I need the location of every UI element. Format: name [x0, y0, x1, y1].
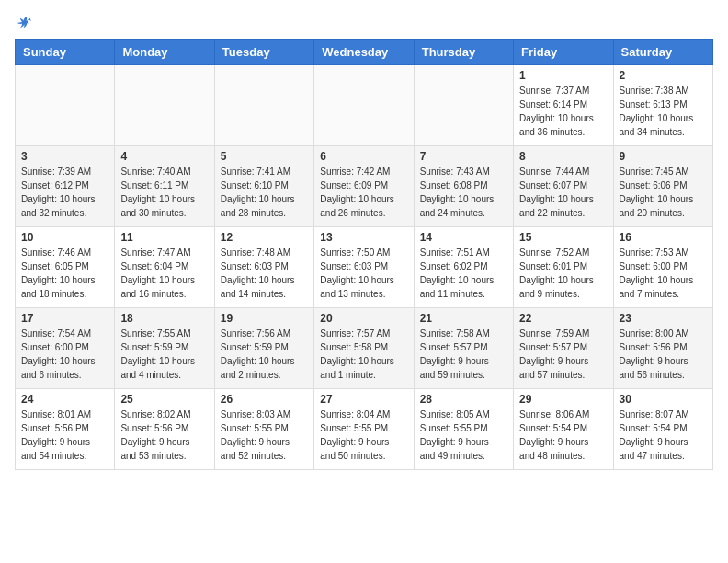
- calendar-day-cell: 21Sunrise: 7:58 AM Sunset: 5:57 PM Dayli…: [414, 308, 513, 389]
- calendar-day-cell: 18Sunrise: 7:55 AM Sunset: 5:59 PM Dayli…: [115, 308, 214, 389]
- day-info: Sunrise: 7:41 AM Sunset: 6:10 PM Dayligh…: [221, 165, 308, 220]
- day-number: 14: [420, 231, 507, 244]
- day-number: 21: [420, 312, 507, 325]
- calendar-week-row: 10Sunrise: 7:46 AM Sunset: 6:05 PM Dayli…: [16, 227, 713, 308]
- day-number: 29: [519, 393, 607, 406]
- weekday-header-cell: Wednesday: [314, 40, 414, 65]
- day-number: 3: [21, 150, 108, 163]
- day-info: Sunrise: 7:43 AM Sunset: 6:08 PM Dayligh…: [420, 165, 507, 220]
- day-number: 9: [620, 150, 707, 163]
- day-info: Sunrise: 8:06 AM Sunset: 5:54 PM Dayligh…: [519, 408, 607, 463]
- weekday-header-cell: Tuesday: [214, 40, 313, 65]
- day-info: Sunrise: 7:50 AM Sunset: 6:03 PM Dayligh…: [320, 246, 407, 301]
- calendar-week-row: 24Sunrise: 8:01 AM Sunset: 5:56 PM Dayli…: [16, 389, 713, 470]
- calendar-day-cell: 24Sunrise: 8:01 AM Sunset: 5:56 PM Dayli…: [16, 389, 115, 470]
- day-info: Sunrise: 7:52 AM Sunset: 6:01 PM Dayligh…: [519, 246, 607, 301]
- day-number: 13: [320, 231, 407, 244]
- weekday-header-cell: Sunday: [16, 40, 115, 65]
- calendar-day-cell: 15Sunrise: 7:52 AM Sunset: 6:01 PM Dayli…: [514, 227, 613, 308]
- calendar-day-cell: 26Sunrise: 8:03 AM Sunset: 5:55 PM Dayli…: [214, 389, 313, 470]
- calendar-day-cell: 1Sunrise: 7:37 AM Sunset: 6:14 PM Daylig…: [514, 65, 613, 146]
- calendar-day-cell: 25Sunrise: 8:02 AM Sunset: 5:56 PM Dayli…: [115, 389, 214, 470]
- day-number: 6: [320, 150, 407, 163]
- day-info: Sunrise: 8:01 AM Sunset: 5:56 PM Dayligh…: [21, 408, 108, 463]
- calendar-table: SundayMondayTuesdayWednesdayThursdayFrid…: [15, 39, 713, 470]
- calendar-day-cell: 20Sunrise: 7:57 AM Sunset: 5:58 PM Dayli…: [314, 308, 414, 389]
- day-number: 17: [21, 312, 108, 325]
- day-number: 2: [620, 69, 707, 82]
- calendar-day-cell: 17Sunrise: 7:54 AM Sunset: 6:00 PM Dayli…: [16, 308, 115, 389]
- day-info: Sunrise: 8:04 AM Sunset: 5:55 PM Dayligh…: [320, 408, 407, 463]
- day-number: 1: [519, 69, 607, 82]
- day-number: 7: [420, 150, 507, 163]
- day-info: Sunrise: 7:47 AM Sunset: 6:04 PM Dayligh…: [120, 246, 208, 301]
- day-info: Sunrise: 7:46 AM Sunset: 6:05 PM Dayligh…: [21, 246, 108, 301]
- calendar-day-cell: 14Sunrise: 7:51 AM Sunset: 6:02 PM Dayli…: [414, 227, 513, 308]
- day-info: Sunrise: 7:39 AM Sunset: 6:12 PM Dayligh…: [21, 165, 108, 220]
- calendar-day-cell: 6Sunrise: 7:42 AM Sunset: 6:09 PM Daylig…: [314, 146, 414, 227]
- day-info: Sunrise: 7:51 AM Sunset: 6:02 PM Dayligh…: [420, 246, 507, 301]
- calendar-day-cell: 3Sunrise: 7:39 AM Sunset: 6:12 PM Daylig…: [16, 146, 115, 227]
- calendar-week-row: 17Sunrise: 7:54 AM Sunset: 6:00 PM Dayli…: [16, 308, 713, 389]
- calendar-day-cell: 28Sunrise: 8:05 AM Sunset: 5:55 PM Dayli…: [414, 389, 513, 470]
- day-info: Sunrise: 8:07 AM Sunset: 5:54 PM Dayligh…: [620, 408, 707, 463]
- calendar-day-cell: [115, 65, 214, 146]
- weekday-header-cell: Friday: [514, 40, 613, 65]
- calendar-day-cell: 16Sunrise: 7:53 AM Sunset: 6:00 PM Dayli…: [613, 227, 712, 308]
- weekday-header-cell: Thursday: [414, 40, 513, 65]
- calendar-day-cell: 10Sunrise: 7:46 AM Sunset: 6:05 PM Dayli…: [16, 227, 115, 308]
- calendar-day-cell: 5Sunrise: 7:41 AM Sunset: 6:10 PM Daylig…: [214, 146, 313, 227]
- day-info: Sunrise: 7:56 AM Sunset: 5:59 PM Dayligh…: [221, 327, 308, 382]
- day-info: Sunrise: 7:54 AM Sunset: 6:00 PM Dayligh…: [21, 327, 108, 382]
- calendar-day-cell: 11Sunrise: 7:47 AM Sunset: 6:04 PM Dayli…: [115, 227, 214, 308]
- day-info: Sunrise: 7:57 AM Sunset: 5:58 PM Dayligh…: [320, 327, 407, 382]
- calendar-day-cell: [414, 65, 513, 146]
- day-number: 8: [519, 150, 607, 163]
- day-number: 23: [620, 312, 707, 325]
- day-number: 24: [21, 393, 108, 406]
- day-info: Sunrise: 7:55 AM Sunset: 5:59 PM Dayligh…: [120, 327, 208, 382]
- calendar-day-cell: 9Sunrise: 7:45 AM Sunset: 6:06 PM Daylig…: [613, 146, 712, 227]
- day-number: 19: [221, 312, 308, 325]
- calendar-day-cell: 8Sunrise: 7:44 AM Sunset: 6:07 PM Daylig…: [514, 146, 613, 227]
- day-info: Sunrise: 8:03 AM Sunset: 5:55 PM Dayligh…: [221, 408, 308, 463]
- day-info: Sunrise: 7:44 AM Sunset: 6:07 PM Dayligh…: [519, 165, 607, 220]
- day-number: 18: [120, 312, 208, 325]
- calendar-day-cell: 12Sunrise: 7:48 AM Sunset: 6:03 PM Dayli…: [214, 227, 313, 308]
- day-info: Sunrise: 7:40 AM Sunset: 6:11 PM Dayligh…: [120, 165, 208, 220]
- logo: [15, 15, 33, 31]
- logo-bird-icon: [17, 15, 33, 31]
- calendar-day-cell: [214, 65, 313, 146]
- calendar-day-cell: 13Sunrise: 7:50 AM Sunset: 6:03 PM Dayli…: [314, 227, 414, 308]
- day-number: 27: [320, 393, 407, 406]
- calendar-day-cell: 30Sunrise: 8:07 AM Sunset: 5:54 PM Dayli…: [613, 389, 712, 470]
- page-header: [15, 15, 713, 31]
- calendar-day-cell: 27Sunrise: 8:04 AM Sunset: 5:55 PM Dayli…: [314, 389, 414, 470]
- day-number: 11: [120, 231, 208, 244]
- day-number: 22: [519, 312, 607, 325]
- calendar-day-cell: 29Sunrise: 8:06 AM Sunset: 5:54 PM Dayli…: [514, 389, 613, 470]
- calendar-day-cell: [16, 65, 115, 146]
- day-number: 28: [420, 393, 507, 406]
- day-info: Sunrise: 8:02 AM Sunset: 5:56 PM Dayligh…: [120, 408, 208, 463]
- calendar-day-cell: 19Sunrise: 7:56 AM Sunset: 5:59 PM Dayli…: [214, 308, 313, 389]
- weekday-header-cell: Saturday: [613, 40, 712, 65]
- day-number: 26: [221, 393, 308, 406]
- day-info: Sunrise: 8:05 AM Sunset: 5:55 PM Dayligh…: [420, 408, 507, 463]
- day-number: 15: [519, 231, 607, 244]
- day-info: Sunrise: 7:59 AM Sunset: 5:57 PM Dayligh…: [519, 327, 607, 382]
- calendar-day-cell: [314, 65, 414, 146]
- day-number: 30: [620, 393, 707, 406]
- day-number: 4: [120, 150, 208, 163]
- day-info: Sunrise: 7:42 AM Sunset: 6:09 PM Dayligh…: [320, 165, 407, 220]
- day-info: Sunrise: 7:38 AM Sunset: 6:13 PM Dayligh…: [620, 84, 707, 139]
- calendar-day-cell: 2Sunrise: 7:38 AM Sunset: 6:13 PM Daylig…: [613, 65, 712, 146]
- calendar-day-cell: 22Sunrise: 7:59 AM Sunset: 5:57 PM Dayli…: [514, 308, 613, 389]
- calendar-day-cell: 7Sunrise: 7:43 AM Sunset: 6:08 PM Daylig…: [414, 146, 513, 227]
- day-info: Sunrise: 7:37 AM Sunset: 6:14 PM Dayligh…: [519, 84, 607, 139]
- day-number: 5: [221, 150, 308, 163]
- day-number: 16: [620, 231, 707, 244]
- day-number: 25: [120, 393, 208, 406]
- day-number: 12: [221, 231, 308, 244]
- day-info: Sunrise: 7:48 AM Sunset: 6:03 PM Dayligh…: [221, 246, 308, 301]
